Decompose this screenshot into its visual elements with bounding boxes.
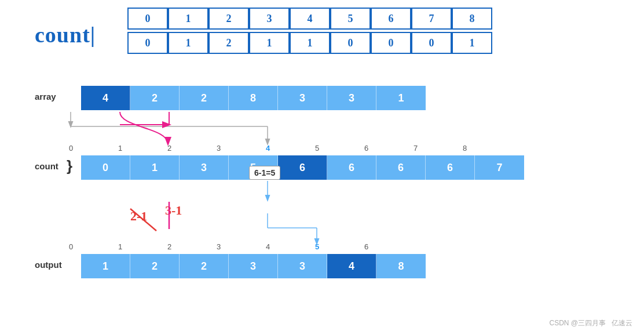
hw-cell-1-0: 0	[127, 32, 168, 54]
output-idx-6: 6	[342, 242, 391, 251]
output-idx-5: 5	[292, 242, 342, 251]
hw-bottom-row: 0 1 2 1 1 0 0 0 1	[127, 32, 492, 54]
main-container: count| 0 1 2 3 4 5 6 7 8 0 1 2 1 1	[0, 0, 644, 334]
count-cell-0: 0	[81, 155, 130, 180]
handwritten-count-label: count|	[35, 22, 96, 48]
count-idx-6: 6	[342, 144, 391, 153]
hw-cell-1-5: 0	[330, 32, 371, 54]
count-idx-0: 0	[46, 144, 96, 153]
handwritten-grid: 0 1 2 3 4 5 6 7 8 0 1 2 1 1 0 0 0 1	[127, 8, 492, 54]
output-cell-5: 4	[327, 254, 376, 278]
formula-box: 6-1=5	[249, 166, 280, 180]
output-index-row: 0 1 2 3 4 5 6	[46, 242, 391, 251]
hw-cell-1-1: 1	[168, 32, 208, 54]
annotation-red-2: 3-1	[165, 203, 182, 218]
count-row: 0 1 3 5 6 6 6 6 7	[81, 155, 524, 180]
array-cell-2: 2	[180, 86, 229, 110]
output-idx-0: 0	[46, 242, 96, 251]
output-cell-2: 2	[180, 254, 229, 278]
output-idx-3: 3	[194, 242, 243, 251]
hw-cell-1-8: 1	[452, 32, 492, 54]
output-idx-1: 1	[96, 242, 145, 251]
count-idx-7: 7	[391, 144, 440, 153]
count-idx-5: 5	[292, 144, 342, 153]
hw-cell-0-0: 0	[127, 8, 168, 30]
array-cell-3: 8	[229, 86, 278, 110]
hw-cell-0-8: 8	[452, 8, 492, 30]
count-cell-2: 3	[180, 155, 229, 180]
output-cell-3: 3	[229, 254, 278, 278]
count-idx-3: 3	[194, 144, 243, 153]
output-cell-6: 8	[376, 254, 426, 278]
count-index-row: 0 1 2 3 4 5 6 7 8	[46, 144, 489, 153]
count-idx-1: 1	[96, 144, 145, 153]
array-cell-4: 3	[278, 86, 327, 110]
hw-cell-1-6: 0	[371, 32, 411, 54]
array-cell-1: 2	[130, 86, 180, 110]
hw-cell-1-7: 0	[411, 32, 452, 54]
count-label: count	[35, 161, 58, 171]
hw-cell-0-1: 1	[168, 8, 208, 30]
hw-cell-1-3: 1	[249, 32, 290, 54]
output-cell-1: 2	[130, 254, 180, 278]
csdn-label: CSDN @三四月事	[549, 318, 606, 328]
count-cell-5: 6	[327, 155, 376, 180]
hw-cell-0-2: 2	[208, 8, 249, 30]
array-label: array	[35, 92, 56, 101]
output-idx-4: 4	[243, 242, 292, 251]
array-cell-0: 4	[81, 86, 130, 110]
watermark: CSDN @三四月事 亿速云	[549, 318, 632, 328]
count-cell-8: 7	[475, 155, 524, 180]
hw-cell-0-6: 6	[371, 8, 411, 30]
array-row: 4 2 2 8 3 3 1	[81, 86, 426, 110]
hw-top-row: 0 1 2 3 4 5 6 7 8	[127, 8, 492, 30]
hw-cell-0-4: 4	[290, 8, 330, 30]
output-row: 1 2 2 3 3 4 8	[81, 254, 426, 278]
output-idx-2: 2	[145, 242, 194, 251]
handwritten-section: count| 0 1 2 3 4 5 6 7 8 0 1 2 1 1	[35, 5, 602, 80]
count-brace: }	[67, 157, 72, 175]
output-cell-0: 1	[81, 254, 130, 278]
formula-text: 6-1=5	[254, 168, 275, 177]
hw-cell-0-5: 5	[330, 8, 371, 30]
array-cell-5: 3	[327, 86, 376, 110]
hw-cell-0-3: 3	[249, 8, 290, 30]
count-cell-7: 6	[426, 155, 475, 180]
count-cell-4: 6	[278, 155, 327, 180]
count-idx-2: 2	[145, 144, 194, 153]
hw-cell-1-2: 2	[208, 32, 249, 54]
annotation-red-1: 2-1	[130, 209, 147, 224]
yiyun-label: 亿速云	[612, 318, 632, 328]
hw-cell-0-7: 7	[411, 8, 452, 30]
count-idx-4: 4	[243, 144, 292, 153]
output-cell-4: 3	[278, 254, 327, 278]
count-idx-8: 8	[440, 144, 489, 153]
output-label: output	[35, 260, 62, 270]
count-cell-1: 1	[130, 155, 180, 180]
hw-cell-1-4: 1	[290, 32, 330, 54]
count-cell-6: 6	[376, 155, 426, 180]
array-cell-6: 1	[376, 86, 426, 110]
